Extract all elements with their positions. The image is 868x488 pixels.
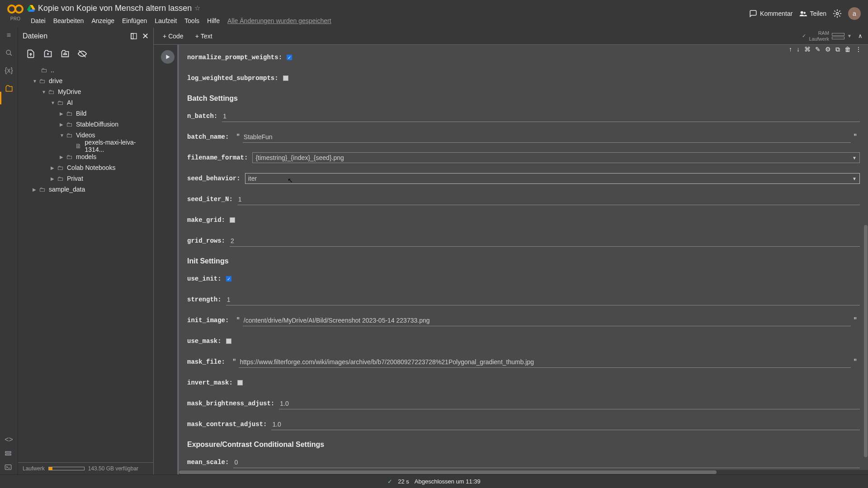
checkbox-use-init[interactable] bbox=[226, 276, 231, 282]
tree-item-parent[interactable]: 🗀.. bbox=[18, 65, 153, 75]
horizontal-scrollbar[interactable] bbox=[179, 470, 868, 474]
tree-item-bild[interactable]: ▶🗀Bild bbox=[18, 108, 153, 119]
checkbox-log-weighted-subprompts[interactable] bbox=[283, 75, 288, 81]
chevron-up-icon[interactable]: ∧ bbox=[858, 33, 863, 39]
tree-item-colab[interactable]: ▶🗀Colab Notebooks bbox=[18, 162, 153, 173]
delete-icon[interactable]: 🗑 bbox=[843, 45, 853, 55]
chevron-right-icon[interactable]: ▶ bbox=[60, 111, 65, 116]
tree-item-stablediffusion[interactable]: ▶🗀StableDiffusion bbox=[18, 119, 153, 130]
caret-down-icon[interactable]: ▼ bbox=[847, 33, 852, 38]
close-icon[interactable]: ✕ bbox=[142, 31, 149, 41]
chevron-right-icon[interactable]: ▶ bbox=[33, 187, 38, 192]
input-mask-brightness-adjust[interactable] bbox=[279, 398, 860, 409]
vertical-scrollbar[interactable] bbox=[863, 45, 868, 474]
input-batch-name[interactable] bbox=[243, 131, 851, 143]
share-icon bbox=[799, 9, 807, 18]
more-icon[interactable]: ⋮ bbox=[854, 45, 863, 55]
tree-item-ai[interactable]: ▼🗀AI bbox=[18, 97, 153, 108]
tree-item-privat[interactable]: ▶🗀Privat bbox=[18, 173, 153, 184]
add-code-button[interactable]: +Code bbox=[159, 31, 187, 42]
move-up-icon[interactable]: ↑ bbox=[787, 45, 794, 55]
menu-einfuegen[interactable]: Einfügen bbox=[118, 15, 151, 26]
chevron-down-icon[interactable]: ▼ bbox=[42, 89, 47, 94]
checkbox-invert-mask[interactable] bbox=[237, 380, 243, 385]
select-filename-format[interactable]: {timestring}_{index}_{seed}.png ▼ bbox=[252, 152, 860, 163]
add-text-button[interactable]: +Text bbox=[192, 31, 216, 42]
gear-icon[interactable]: ⚙ bbox=[823, 45, 833, 55]
code-snippets-icon[interactable]: <> bbox=[5, 436, 13, 444]
menu-laufzeit[interactable]: Laufzeit bbox=[151, 15, 180, 26]
variables-icon[interactable]: {x} bbox=[5, 66, 13, 75]
header-right: Kommentar Teilen a bbox=[749, 2, 861, 20]
input-mask-file[interactable] bbox=[239, 357, 850, 368]
link-icon[interactable]: ⌘ bbox=[802, 45, 812, 55]
menu-bar: Datei Bearbeiten Anzeige Einfügen Laufze… bbox=[27, 14, 749, 27]
upload-icon[interactable] bbox=[26, 49, 35, 58]
menu-hilfe[interactable]: Hilfe bbox=[203, 15, 223, 26]
input-seed-iter-n[interactable] bbox=[237, 194, 860, 205]
input-strength[interactable] bbox=[226, 294, 860, 305]
cell-actions: ↑ ↓ ⌘ ✎ ⚙ ⧉ 🗑 ⋮ bbox=[786, 45, 864, 56]
svg-marker-19 bbox=[166, 55, 170, 59]
chevron-right-icon[interactable]: ▶ bbox=[60, 155, 65, 160]
gear-icon[interactable] bbox=[833, 9, 842, 18]
search-icon[interactable] bbox=[5, 49, 13, 56]
mirror-icon[interactable]: ⧉ bbox=[834, 45, 842, 55]
chevron-down-icon[interactable]: ▼ bbox=[51, 100, 56, 105]
input-n-batch[interactable] bbox=[222, 111, 860, 122]
svg-rect-14 bbox=[131, 33, 137, 39]
teilen-button[interactable]: Teilen bbox=[799, 9, 826, 18]
cell: ↑ ↓ ⌘ ✎ ⚙ ⧉ 🗑 ⋮ normalize_prompt_weights… bbox=[154, 45, 868, 474]
hidden-files-icon[interactable] bbox=[78, 49, 87, 58]
tree-item-drive[interactable]: ▼🗀drive bbox=[18, 75, 153, 86]
input-mean-scale[interactable] bbox=[233, 457, 860, 468]
file-icon: 🗎 bbox=[75, 142, 82, 150]
tree-item-pexels[interactable]: 🗎pexels-maxi-leiva-1314... bbox=[18, 141, 153, 151]
field-seed-behavior: seed_behavior: iter ▼ bbox=[187, 170, 860, 187]
popout-icon[interactable] bbox=[130, 31, 137, 41]
svg-point-6 bbox=[804, 12, 806, 14]
document-title[interactable]: Kopie von Kopie von Mensch altern lassen bbox=[38, 4, 192, 13]
avatar[interactable]: a bbox=[848, 7, 861, 20]
kommentar-button[interactable]: Kommentar bbox=[749, 9, 793, 18]
files-icon[interactable] bbox=[5, 84, 13, 93]
refresh-icon[interactable] bbox=[43, 49, 52, 58]
move-down-icon[interactable]: ↓ bbox=[795, 45, 802, 55]
status-bar: ✓ 22 s Abgeschlossen um 11:39 bbox=[0, 474, 868, 488]
terminal-icon[interactable] bbox=[5, 464, 13, 471]
checkbox-make-grid[interactable] bbox=[230, 217, 235, 223]
field-mask-contrast-adjust: mask_contrast_adjust: bbox=[187, 416, 860, 432]
chevron-right-icon[interactable]: ▶ bbox=[60, 122, 65, 127]
star-icon[interactable]: ☆ bbox=[194, 4, 200, 12]
menu-datei[interactable]: Datei bbox=[27, 15, 49, 26]
menu-tools[interactable]: Tools bbox=[181, 15, 203, 26]
toc-icon[interactable]: ≡ bbox=[7, 31, 11, 39]
chevron-right-icon[interactable]: ▶ bbox=[51, 176, 56, 181]
sidebar-title: Dateien bbox=[23, 32, 47, 40]
mount-drive-icon[interactable] bbox=[61, 49, 70, 58]
heading-init-settings: Init Settings bbox=[187, 257, 860, 265]
select-seed-behavior[interactable]: iter ▼ bbox=[245, 173, 860, 184]
svg-rect-10 bbox=[5, 451, 11, 453]
colab-logo-icon[interactable] bbox=[7, 4, 24, 14]
chevron-down-icon[interactable]: ▼ bbox=[60, 133, 65, 138]
input-grid-rows[interactable] bbox=[230, 235, 860, 247]
plus-icon: + bbox=[163, 33, 166, 40]
resource-status[interactable]: ✓ RAM Laufwerk ▼ bbox=[802, 30, 852, 41]
input-init-image[interactable] bbox=[243, 315, 851, 326]
chevron-right-icon[interactable]: ▶ bbox=[51, 165, 56, 170]
run-cell-button[interactable] bbox=[161, 50, 175, 64]
menu-bearbeiten[interactable]: Bearbeiten bbox=[50, 15, 88, 26]
tree-item-sample[interactable]: ▶🗀sample_data bbox=[18, 184, 153, 195]
command-palette-icon[interactable] bbox=[5, 450, 13, 457]
input-mask-contrast-adjust[interactable] bbox=[271, 419, 860, 430]
checkbox-use-mask[interactable] bbox=[226, 338, 231, 344]
tree-item-mydrive[interactable]: ▼🗀MyDrive bbox=[18, 86, 153, 97]
svg-rect-15 bbox=[131, 33, 133, 39]
chevron-down-icon[interactable]: ▼ bbox=[33, 79, 38, 84]
comment-icon[interactable]: ✎ bbox=[813, 45, 822, 55]
save-status[interactable]: Alle Änderungen wurden gespeichert bbox=[227, 17, 331, 24]
menu-anzeige[interactable]: Anzeige bbox=[88, 15, 118, 26]
checkbox-normalize-prompt-weights[interactable] bbox=[287, 55, 292, 60]
field-make-grid: make_grid: bbox=[187, 212, 860, 228]
